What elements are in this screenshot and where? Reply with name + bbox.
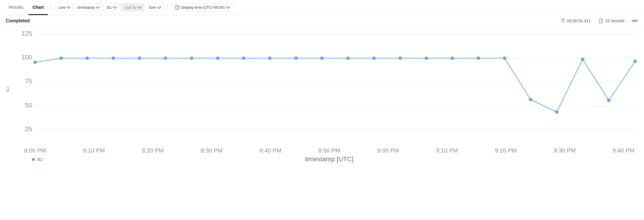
dot-13 [372, 57, 375, 60]
divider-1 [51, 4, 52, 11]
duration-value: 00:00:01.411 [567, 19, 591, 23]
split-by-button[interactable]: Split by [121, 3, 144, 11]
chart-wrap: SLI 25 50 75 100 125 [3, 30, 638, 180]
xtick-5: 8:50 PM [318, 147, 340, 154]
x-axis-label: timestamp [UTC] [305, 155, 354, 163]
dot-2 [86, 57, 88, 60]
timer-icon: ⏱ [561, 18, 565, 23]
xtick-2: 8:20 PM [142, 147, 164, 154]
dot-7 [216, 57, 219, 60]
dot-18 [503, 57, 506, 60]
dot-4 [138, 57, 141, 60]
tab-chart[interactable]: Chart [28, 0, 48, 15]
xtick-8: 9:20 PM [495, 147, 517, 154]
completed-label: Completed [6, 18, 30, 23]
tab-results[interactable]: Results [5, 0, 27, 15]
dot-8 [242, 57, 245, 60]
dot-21 [581, 58, 584, 61]
dot-19 [529, 98, 532, 101]
toolbar: Results Chart Line timestamp SLI Split b… [0, 0, 644, 15]
dot-0 [34, 61, 37, 64]
sli-button[interactable]: SLI [104, 3, 120, 11]
xtick-6: 9:00 PM [377, 147, 399, 154]
ytick-25: 25 [25, 125, 32, 133]
chevron-down-icon [226, 5, 230, 9]
xtick-1: 8:10 PM [83, 147, 105, 154]
clock-icon [175, 5, 180, 10]
chevron-down-icon [96, 5, 100, 9]
dot-20 [555, 111, 558, 113]
timestamp-button[interactable]: timestamp [74, 3, 102, 11]
dot-17 [477, 57, 480, 60]
line-type-button[interactable]: Line [55, 3, 73, 11]
duration-item: ⏱ 00:00:01.411 [561, 18, 591, 23]
dot-1 [60, 57, 63, 60]
chart-svg: 25 50 75 100 125 8:00 PM 8:10 PM 8:20 PM… [17, 30, 635, 154]
xtick-7: 9:10 PM [436, 147, 458, 154]
dot-3 [112, 57, 115, 60]
legend-dot [32, 158, 35, 161]
display-time-button[interactable]: Display time (UTC+00:00) [171, 3, 233, 12]
xtick-10: 9:40 PM [613, 147, 634, 154]
chart-area: SLI 25 50 75 100 125 [0, 27, 644, 183]
xtick-9: 9:30 PM [554, 147, 576, 154]
chevron-down-icon [138, 5, 142, 9]
dot-9 [268, 57, 271, 60]
ytick-125: 125 [21, 30, 32, 37]
chevron-down-icon [66, 5, 70, 9]
dot-22 [607, 99, 610, 102]
dot-5 [164, 57, 167, 60]
divider-2 [167, 4, 168, 11]
dot-15 [425, 57, 428, 60]
dot-6 [190, 57, 193, 60]
legend-label: SLI [37, 157, 43, 162]
records-value: 22 records [605, 19, 625, 23]
dot-11 [321, 57, 323, 60]
xtick-0: 8:00 PM [24, 147, 46, 154]
chart-line [35, 58, 635, 112]
chevron-down-icon [157, 5, 161, 9]
chart-inner: 25 50 75 100 125 8:00 PM 8:10 PM 8:20 PM… [17, 30, 635, 180]
chevron-down-icon [113, 5, 117, 9]
status-bar: Completed ⏱ 00:00:01.411 📋 22 records ⋙ [0, 15, 644, 27]
xtick-4: 8:40 PM [260, 147, 281, 154]
dot-14 [399, 57, 402, 60]
sum-button[interactable]: Sum [145, 3, 164, 11]
dot-12 [347, 57, 350, 60]
y-axis-label: SLI [6, 87, 10, 92]
expand-button[interactable]: ⋙ [632, 18, 638, 23]
records-item: 📋 22 records [598, 18, 625, 23]
status-right: ⏱ 00:00:01.411 📋 22 records ⋙ [561, 18, 638, 23]
dot-23 [634, 60, 636, 63]
ytick-50: 50 [25, 102, 32, 109]
dot-16 [451, 57, 454, 60]
xtick-3: 8:30 PM [201, 147, 222, 154]
records-icon: 📋 [598, 18, 604, 23]
dot-10 [294, 57, 297, 60]
ytick-75: 75 [25, 78, 32, 85]
ytick-100: 100 [21, 54, 32, 61]
clock-hand-minute [177, 7, 178, 8]
